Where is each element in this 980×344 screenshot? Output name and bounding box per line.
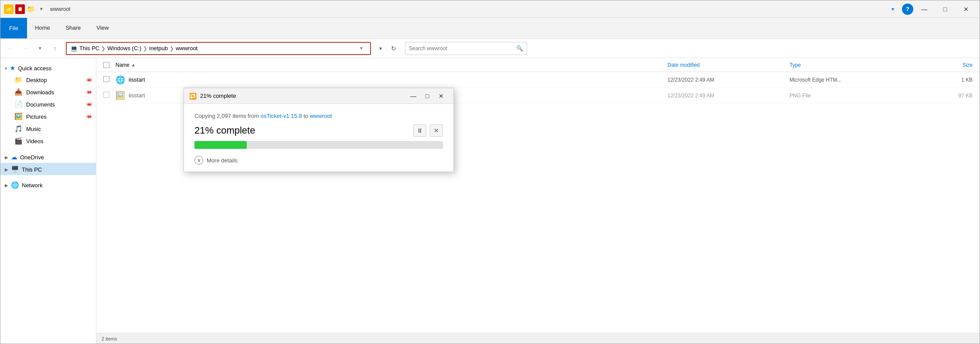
sidebar-network-label: Network [22, 182, 43, 189]
row2-check[interactable] [103, 92, 109, 98]
header-checkbox[interactable] [103, 62, 116, 68]
dialog-body: Copying 2,097 items from osTicket-v1.15.… [184, 104, 453, 172]
search-input[interactable] [409, 45, 514, 52]
dialog-percent-row: 21% complete ⏸ ✕ [194, 124, 443, 137]
dialog-more-details[interactable]: ∨ More details [194, 156, 443, 165]
col-header-date[interactable]: Date modified [667, 62, 789, 68]
desktop-folder-icon: 📁 [14, 76, 23, 84]
videos-folder-icon: 🎬 [14, 137, 23, 145]
sidebar-item-music[interactable]: 🎵 Music [0, 123, 96, 135]
sidebar-item-downloads[interactable]: 📥 Downloads 📌 [0, 86, 96, 98]
row2-file-icon: 🖼️ [116, 91, 125, 100]
network-chevron: ▶ [5, 183, 8, 188]
sort-indicator: ▲ [131, 62, 136, 67]
dialog-copy-info: Copying 2,097 items from osTicket-v1.15.… [194, 113, 443, 119]
thispc-chevron: ▶ [5, 167, 8, 172]
sidebar-network[interactable]: ▶ 🌐 Network [0, 179, 96, 191]
col-name-label: Name [116, 62, 129, 68]
details-expand-icon: ∨ [194, 156, 203, 165]
sidebar-section-quick-access[interactable]: ▾ ★ Quick access [0, 62, 96, 74]
help-button[interactable]: ? [902, 3, 913, 15]
sidebar-quick-access-label: Quick access [18, 65, 51, 72]
dialog-close-btn[interactable]: ✕ [434, 90, 448, 102]
dialog-title-text: 21% complete [200, 93, 406, 99]
tab-share[interactable]: Share [58, 18, 89, 38]
forward-button[interactable]: → [19, 42, 32, 55]
main-content: ▾ ★ Quick access 📁 Desktop 📌 📥 Downloads… [0, 58, 980, 344]
pictures-folder-icon: 🖼️ [14, 113, 23, 120]
onedrive-chevron: ▶ [5, 155, 8, 160]
back-button[interactable]: ← [4, 42, 17, 55]
status-bar: 2 items [96, 333, 980, 344]
breadcrumb-sep-2: ❯ [143, 45, 147, 52]
dialog-maximize-btn[interactable]: □ [420, 90, 434, 102]
sidebar-documents-label: Documents [26, 101, 55, 108]
tab-view[interactable]: View [88, 18, 116, 38]
desktop-pin-icon: 📌 [84, 76, 92, 84]
dialog-pause-btn[interactable]: ⏸ [413, 124, 426, 137]
dropdown-recent-button[interactable]: ▾ [34, 42, 47, 55]
col-header-size[interactable]: Size [903, 62, 973, 68]
row1-check[interactable] [103, 76, 109, 82]
breadcrumb-wwwroot[interactable]: wwwroot [176, 45, 198, 52]
sidebar-desktop-label: Desktop [26, 77, 47, 83]
address-dropdown-btn[interactable]: ▾ [375, 42, 386, 55]
sidebar-onedrive-label: OneDrive [20, 154, 44, 161]
more-details-label: More details [207, 157, 238, 164]
sidebar-this-pc[interactable]: ▶ 🖥️ This PC [0, 163, 96, 175]
network-icon: 🌐 [11, 181, 19, 189]
window-title: wwwroot [50, 6, 886, 12]
sidebar-item-desktop[interactable]: 📁 Desktop 📌 [0, 74, 96, 86]
row1-file-icon: 🌐 [116, 75, 125, 85]
title-bar-icons: 📁 📋 📁 ▾ [4, 4, 46, 14]
up-button[interactable]: ↑ [48, 42, 61, 55]
music-folder-icon: 🎵 [14, 125, 23, 133]
sidebar-pictures-label: Pictures [26, 114, 47, 120]
dialog-minimize-btn[interactable]: — [406, 90, 420, 102]
quick-access-icon: 📁 [4, 4, 14, 14]
sidebar-item-pictures[interactable]: 🖼️ Pictures 📌 [0, 110, 96, 123]
row2-checkbox[interactable] [103, 92, 116, 99]
row2-date: 12/23/2022 2:49 AM [667, 93, 789, 99]
row1-checkbox[interactable] [103, 76, 116, 83]
breadcrumb-thispc[interactable]: This PC [79, 45, 99, 52]
dialog-cancel-btn[interactable]: ✕ [430, 124, 443, 137]
search-icon[interactable]: 🔍 [516, 45, 523, 52]
col-header-type[interactable]: Type [789, 62, 903, 68]
row1-size: 1 KB [903, 77, 973, 83]
table-row[interactable]: 🌐 iisstart 12/23/2022 2:49 AM Microsoft … [96, 72, 980, 88]
close-button[interactable]: ✕ [956, 2, 976, 16]
toolbar-folder-icon: 📁 [27, 5, 35, 14]
breadcrumb-dropdown[interactable]: ▾ [356, 42, 367, 55]
dialog-percent-label: 21% complete [194, 125, 255, 136]
search-box: 🔍 [405, 42, 527, 55]
tab-home[interactable]: Home [27, 18, 58, 38]
col-header-name[interactable]: Name ▲ [116, 62, 667, 68]
select-all-checkbox[interactable] [103, 62, 109, 68]
sidebar-item-documents[interactable]: 📄 Documents 📌 [0, 98, 96, 110]
breadcrumb-inetpub[interactable]: inetpub [149, 45, 168, 52]
breadcrumb-sep-1: ❯ [101, 45, 105, 52]
dialog-copy-icon: 🔁 [189, 93, 197, 100]
downloads-folder-icon: 📥 [14, 88, 23, 96]
quick-access-star-icon: ★ [10, 64, 15, 72]
minimize-button[interactable]: — [914, 2, 934, 16]
nav-bar: ← → ▾ ↑ 💻 This PC ❯ Windows (C:) ❯ inetp… [0, 39, 980, 58]
progress-bar-container [194, 141, 443, 149]
toolbar-pin-icon: 📋 [15, 4, 25, 14]
sidebar-onedrive[interactable]: ▶ ☁ OneDrive [0, 151, 96, 163]
tab-file[interactable]: File [0, 18, 27, 38]
dialog-title-bar: 🔁 21% complete — □ ✕ [184, 88, 453, 104]
breadcrumb: 💻 This PC ❯ Windows (C:) ❯ inetpub ❯ www… [66, 42, 371, 55]
copy-source-link[interactable]: osTicket-v1.15.8 [261, 113, 302, 119]
breadcrumb-drive[interactable]: Windows (C:) [107, 45, 141, 52]
maximize-button[interactable]: □ [935, 2, 955, 16]
copy-dest-link[interactable]: wwwroot [310, 113, 332, 119]
refresh-button[interactable]: ↻ [388, 42, 400, 55]
sidebar-downloads-label: Downloads [26, 89, 54, 96]
toolbar-dropdown-arrow[interactable]: ▾ [37, 5, 46, 14]
sidebar-thispc-label: This PC [22, 166, 42, 173]
sidebar-item-videos[interactable]: 🎬 Videos [0, 135, 96, 147]
ribbon-collapse-btn[interactable]: ▾ [886, 2, 899, 16]
sidebar: ▾ ★ Quick access 📁 Desktop 📌 📥 Downloads… [0, 58, 96, 344]
